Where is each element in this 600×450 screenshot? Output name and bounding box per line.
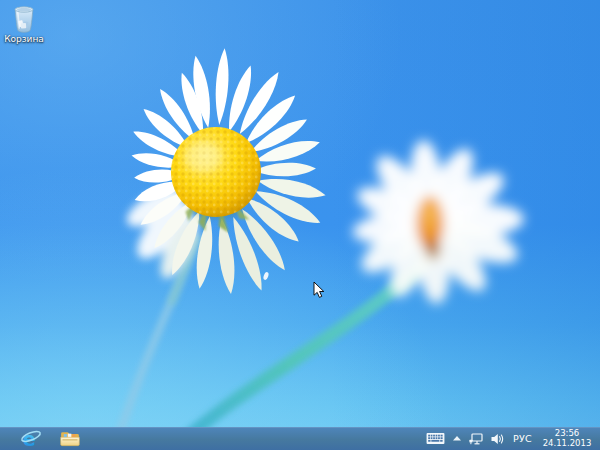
language-indicator-label: РУС <box>512 433 533 444</box>
show-hidden-icons-button[interactable] <box>453 427 461 450</box>
touch-keyboard-icon <box>426 432 445 445</box>
main-daisy-center <box>171 127 261 217</box>
network-status-icon <box>469 433 483 445</box>
recycle-bin-label: Корзина <box>4 34 44 44</box>
network-button[interactable] <box>469 427 483 450</box>
volume-button[interactable] <box>491 427 504 450</box>
recycle-bin-icon <box>12 6 36 33</box>
file-explorer-icon <box>60 431 80 447</box>
language-indicator[interactable]: РУС <box>512 427 533 450</box>
clock-date: 24.11.2013 <box>543 439 592 449</box>
internet-explorer-button[interactable]: e <box>19 427 43 450</box>
recycle-bin-shortcut[interactable]: Корзина <box>1 6 47 44</box>
desktop[interactable]: Корзина e <box>0 0 600 450</box>
taskbar[interactable]: e <box>0 427 600 450</box>
speaker-icon <box>491 433 504 445</box>
file-explorer-button[interactable] <box>58 427 82 450</box>
tray-clock[interactable]: 23:56 24.11.2013 <box>541 429 593 448</box>
touch-keyboard-button[interactable] <box>426 427 445 450</box>
system-tray: РУС 23:56 24.11.2013 <box>426 427 600 450</box>
taskbar-pinned-apps: e <box>0 427 82 450</box>
arrow-cursor-icon <box>313 281 325 299</box>
internet-explorer-icon: e <box>20 429 42 449</box>
wallpaper-daisy <box>0 0 600 450</box>
chevron-up-icon <box>453 436 461 441</box>
